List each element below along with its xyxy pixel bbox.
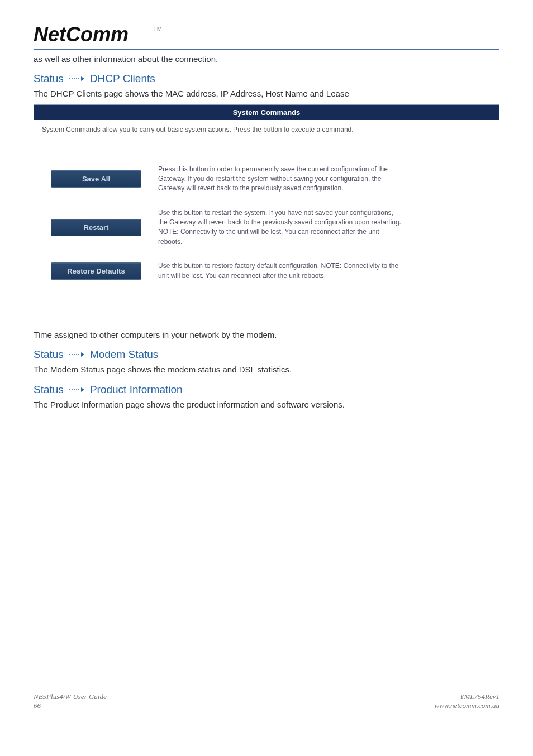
heading-suffix: Modem Status <box>90 348 159 361</box>
intro-continuation-text: as well as other information about the c… <box>34 54 499 65</box>
restart-button[interactable]: Restart <box>51 219 141 236</box>
section-heading-dhcp-clients: Status DHCP Clients <box>34 73 499 85</box>
heading-prefix: Status <box>34 73 64 85</box>
after-panel-text: Time assigned to other computers in your… <box>34 329 499 341</box>
panel-title: System Commands <box>34 105 499 120</box>
restart-description: Use this button to restart the system. I… <box>158 208 404 247</box>
footer-right-rev: YML754Rev1 <box>435 692 499 701</box>
dots-arrow-icon <box>69 387 84 392</box>
footer-page-number: 66 <box>34 701 107 710</box>
brand-logo: NetComm TM <box>34 22 499 47</box>
footer-right-url: www.netcomm.com.au <box>435 701 499 710</box>
save-all-description: Press this button in order to permanentl… <box>158 165 404 194</box>
command-row-restore: Restore Defaults Use this button to rest… <box>51 261 482 281</box>
section-heading-modem-status: Status Modem Status <box>34 348 499 361</box>
netcomm-logo-icon: NetComm <box>34 22 151 47</box>
dots-arrow-icon <box>69 76 84 81</box>
footer-left-title: NB5Plus4/W User Guide <box>34 692 107 701</box>
heading-suffix: Product Information <box>90 384 183 396</box>
modem-paragraph: The Modem Status page shows the modem st… <box>34 364 499 375</box>
page-footer: NB5Plus4/W User Guide 66 YML754Rev1 www.… <box>34 690 499 710</box>
command-row-save: Save All Press this button in order to p… <box>51 165 482 194</box>
section-heading-product-information: Status Product Information <box>34 384 499 396</box>
save-all-button[interactable]: Save All <box>51 170 141 188</box>
trademark-symbol: TM <box>153 26 162 32</box>
header-divider <box>34 49 499 50</box>
dots-arrow-icon <box>69 352 84 357</box>
system-commands-panel: System Commands System Commands allow yo… <box>34 104 499 319</box>
heading-prefix: Status <box>34 348 64 361</box>
product-paragraph: The Product Information page shows the p… <box>34 399 499 410</box>
heading-prefix: Status <box>34 384 64 396</box>
panel-subtitle: System Commands allow you to carry out b… <box>34 120 499 139</box>
heading-suffix: DHCP Clients <box>90 73 155 85</box>
command-row-restart: Restart Use this button to restart the s… <box>51 208 482 247</box>
dhcp-paragraph: The DHCP Clients page shows the MAC addr… <box>34 88 499 99</box>
restore-defaults-description: Use this button to restore factory defau… <box>158 261 404 281</box>
svg-text:NetComm: NetComm <box>34 23 129 46</box>
restore-defaults-button[interactable]: Restore Defaults <box>51 262 141 280</box>
